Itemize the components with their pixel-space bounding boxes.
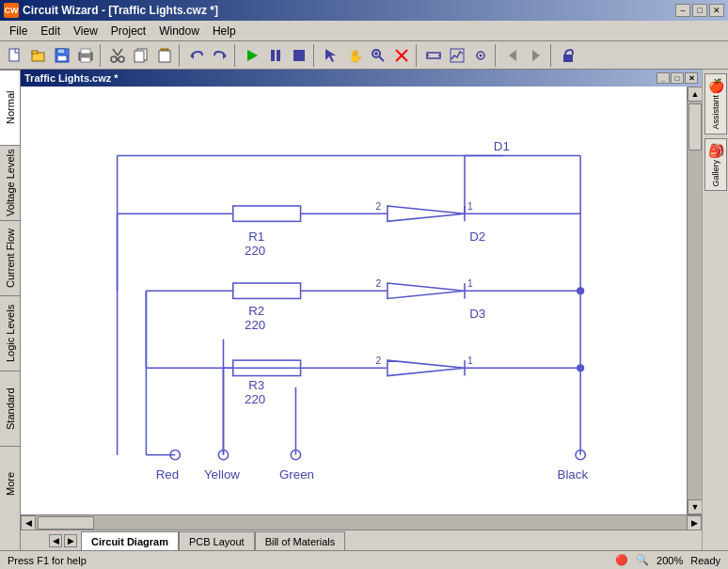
stop-button[interactable] bbox=[288, 44, 310, 67]
zoom-level: 200% bbox=[657, 555, 683, 566]
assistant-label: Assistant bbox=[711, 95, 720, 130]
status-bar: Press F1 for help 🔴 🔍 200% Ready bbox=[0, 550, 728, 569]
back-button[interactable] bbox=[501, 44, 524, 67]
svg-text:Black: Black bbox=[558, 467, 589, 482]
svg-text:1: 1 bbox=[467, 356, 473, 366]
paste-button[interactable] bbox=[153, 44, 176, 67]
forward-button[interactable] bbox=[525, 44, 547, 67]
vertical-scrollbar[interactable]: ▲ ▼ bbox=[687, 87, 702, 514]
tab-logic[interactable]: Logic Levels bbox=[0, 295, 20, 371]
svg-text:R3: R3 bbox=[248, 378, 264, 392]
svg-point-66 bbox=[577, 364, 584, 371]
scroll-thumb-horizontal[interactable] bbox=[38, 516, 94, 529]
svg-rect-8 bbox=[81, 57, 90, 62]
tab-current[interactable]: Current Flow bbox=[0, 220, 20, 295]
menu-bar: File Edit View Project Window Help bbox=[0, 21, 728, 41]
svg-text:R2: R2 bbox=[248, 304, 264, 318]
toolbar-separator-1 bbox=[100, 44, 103, 67]
toolbar-separator-4 bbox=[313, 44, 317, 67]
settings-button[interactable] bbox=[469, 44, 492, 67]
zoom-button[interactable] bbox=[367, 44, 389, 67]
svg-text:2: 2 bbox=[376, 278, 382, 289]
svg-line-27 bbox=[379, 56, 384, 61]
graph-button[interactable] bbox=[446, 44, 468, 67]
menu-file[interactable]: File bbox=[4, 23, 33, 40]
lock-button[interactable] bbox=[557, 44, 579, 67]
component-button[interactable] bbox=[422, 44, 445, 67]
svg-line-10 bbox=[118, 49, 122, 55]
open-button[interactable] bbox=[27, 44, 50, 67]
copy-button[interactable] bbox=[130, 44, 152, 67]
svg-rect-40 bbox=[563, 55, 573, 62]
circuit-diagram: D1 D2 D3 R1 220 R2 220 R3 220 bbox=[21, 87, 687, 514]
svg-text:Red: Red bbox=[156, 467, 179, 482]
toolbar-separator-2 bbox=[179, 44, 182, 67]
cut-button[interactable] bbox=[106, 44, 129, 67]
pause-button[interactable] bbox=[264, 44, 287, 67]
app-title: Circuit Wizard - [Traffic Lights.cwz *] bbox=[23, 4, 218, 17]
status-right: 🔴 🔍 200% Ready bbox=[615, 554, 720, 566]
title-controls: – □ ✕ bbox=[675, 4, 724, 17]
svg-marker-20 bbox=[247, 50, 258, 61]
tab-scroll-right[interactable]: ▶ bbox=[64, 534, 77, 547]
tab-more[interactable]: More bbox=[0, 446, 20, 521]
pan-button[interactable]: ✋ bbox=[343, 44, 366, 67]
tab-scroll-controls: ◀ ▶ bbox=[49, 534, 77, 547]
tab-voltage[interactable]: Voltage Levels bbox=[0, 145, 20, 220]
tab-circuit-diagram[interactable]: Circuit Diagram bbox=[81, 531, 179, 550]
tab-scroll-left[interactable]: ◀ bbox=[49, 534, 62, 547]
play-button[interactable] bbox=[241, 44, 263, 67]
assistant-button[interactable]: 🍎 Assistant bbox=[704, 73, 727, 134]
menu-project[interactable]: Project bbox=[105, 23, 151, 40]
gallery-button[interactable]: 🎒 Gallery bbox=[704, 138, 727, 192]
left-tabs: Normal Voltage Levels Current Flow Logic… bbox=[0, 70, 21, 550]
svg-rect-0 bbox=[9, 49, 19, 61]
svg-rect-22 bbox=[277, 50, 280, 61]
new-button[interactable] bbox=[4, 44, 26, 67]
scroll-track-horizontal[interactable] bbox=[36, 515, 687, 529]
svg-line-9 bbox=[113, 49, 118, 55]
save-button[interactable] bbox=[51, 44, 73, 67]
delete-button[interactable] bbox=[390, 44, 413, 67]
inner-title-bar: Traffic Lights.cwz * _ □ ✕ bbox=[21, 70, 702, 87]
svg-text:D3: D3 bbox=[469, 307, 485, 321]
scroll-up-button[interactable]: ▲ bbox=[688, 87, 702, 102]
tab-bill-of-materials[interactable]: Bill of Materials bbox=[255, 531, 346, 550]
undo-button[interactable] bbox=[185, 44, 208, 67]
assistant-icon: 🍎 bbox=[708, 78, 724, 93]
inner-minimize[interactable]: _ bbox=[657, 72, 670, 84]
document-title: Traffic Lights.cwz * bbox=[24, 72, 119, 84]
select-button[interactable] bbox=[320, 44, 342, 67]
tab-pcb-layout[interactable]: PCB Layout bbox=[179, 531, 255, 550]
menu-window[interactable]: Window bbox=[153, 23, 205, 40]
toolbar: ✋ bbox=[0, 41, 728, 70]
maximize-button[interactable]: □ bbox=[692, 4, 707, 17]
svg-rect-71 bbox=[233, 206, 301, 221]
tab-normal[interactable]: Normal bbox=[0, 70, 20, 145]
canvas-area: D1 D2 D3 R1 220 R2 220 R3 220 bbox=[21, 87, 702, 514]
scroll-track-vertical[interactable] bbox=[688, 102, 702, 499]
svg-rect-17 bbox=[159, 51, 170, 62]
circuit-canvas[interactable]: D1 D2 D3 R1 220 R2 220 R3 220 bbox=[21, 87, 687, 514]
scroll-right-button[interactable]: ▶ bbox=[687, 515, 702, 530]
horizontal-scrollbar[interactable]: ◀ ▶ bbox=[21, 514, 702, 529]
print-button[interactable] bbox=[74, 44, 97, 67]
inner-maximize[interactable]: □ bbox=[671, 72, 684, 84]
svg-text:2: 2 bbox=[376, 201, 382, 212]
inner-close[interactable]: ✕ bbox=[685, 72, 698, 84]
minimize-button[interactable]: – bbox=[675, 4, 690, 17]
svg-text:1: 1 bbox=[467, 278, 473, 289]
toolbar-separator-7 bbox=[550, 44, 554, 67]
inner-title-controls: _ □ ✕ bbox=[657, 72, 698, 84]
svg-point-11 bbox=[111, 56, 117, 62]
scroll-down-button[interactable]: ▼ bbox=[688, 499, 702, 514]
menu-help[interactable]: Help bbox=[207, 23, 242, 40]
scroll-left-button[interactable]: ◀ bbox=[21, 515, 36, 530]
redo-button[interactable] bbox=[209, 44, 231, 67]
close-button[interactable]: ✕ bbox=[709, 4, 724, 17]
svg-marker-24 bbox=[325, 49, 336, 62]
scroll-thumb-vertical[interactable] bbox=[688, 103, 702, 150]
tab-standard[interactable]: Standard bbox=[0, 371, 20, 446]
menu-edit[interactable]: Edit bbox=[35, 23, 66, 40]
menu-view[interactable]: View bbox=[68, 23, 103, 40]
